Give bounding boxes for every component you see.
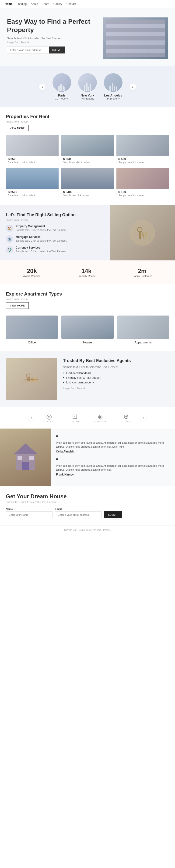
service-mortgage-desc: Sample text. Click to select the Text El… — [16, 239, 67, 243]
testimonial-text-1: Proin sed libero enim sed faucibus turpi… — [56, 441, 170, 448]
city-newyork-image — [78, 73, 97, 92]
logo-icon-1: ◎ — [38, 413, 61, 421]
logos-prev-arrow[interactable]: ‹ — [28, 414, 35, 421]
nav-about[interactable]: About — [31, 2, 38, 6]
property-card-2[interactable]: $ 550 Sample text click to select — [61, 135, 114, 165]
rent-title: Properties For Rent — [6, 114, 169, 119]
rent-view-more[interactable]: VIEW MORE — [6, 125, 29, 131]
rent-section: Properties For Rent Image from Freepik V… — [0, 107, 175, 205]
dream-email-label: Email — [55, 507, 101, 510]
apartments-image — [117, 315, 169, 339]
dream-submit-button[interactable]: SUBMIT — [104, 511, 122, 518]
apt-apartments[interactable]: Appartments — [117, 315, 169, 344]
dream-title: Get Your Dream House — [6, 493, 169, 500]
cities-next-arrow[interactable]: › — [129, 84, 136, 90]
trusted-list-item-1: Find excellent deals — [63, 372, 169, 375]
selling-title: Let's Find The Right Selling Option — [6, 212, 104, 218]
house-image — [61, 315, 114, 339]
property-image-1 — [6, 135, 58, 156]
property-desc-6: Sample text click to select — [118, 194, 167, 197]
apartments-view-more[interactable]: VIEW MORE — [6, 302, 29, 309]
property-price-3: $ 550 — [118, 157, 167, 161]
dream-name-input[interactable] — [6, 511, 52, 518]
logos-next-arrow[interactable]: › — [140, 414, 147, 421]
stat-customer-label: Happy Customer — [132, 275, 152, 277]
stat-property-label: Property Ready — [77, 275, 95, 277]
logo-icon-3: ◈ — [89, 413, 112, 421]
building-image — [103, 18, 168, 59]
building-facade — [106, 20, 165, 57]
currency-icon: 💱 — [6, 246, 13, 253]
apartments-grid: Office House Appartments — [6, 315, 169, 344]
nav-home[interactable]: Home — [5, 2, 12, 6]
property-mgmt-icon: 🏠 — [6, 225, 13, 232]
svg-rect-15 — [29, 456, 34, 460]
property-info-1: $ 250 Sample text click to select — [6, 156, 58, 165]
testimonial-house-image — [0, 429, 51, 486]
city-paris-image — [52, 73, 71, 92]
city-paris-count: 10 Property — [52, 97, 71, 100]
cities-prev-arrow[interactable]: ‹ — [39, 84, 46, 90]
property-card-4[interactable]: $ 2500 Sample text click to select — [6, 168, 59, 198]
property-desc-5: Sample new click to select — [63, 194, 112, 197]
service-mortgage: 🏦 Mortgage Services Sample text. Click t… — [6, 235, 104, 243]
keys-illustration — [128, 219, 156, 247]
hero-submit-button[interactable]: SUBMIT — [49, 46, 65, 54]
property-price-4: $ 2500 — [8, 190, 57, 194]
cities-section: ‹ Paris 10 Property — [0, 66, 175, 107]
testimonials-section: “ Proin sed libero enim sed faucibus tur… — [0, 429, 175, 486]
property-card-1[interactable]: $ 250 Sample text click to select — [6, 135, 59, 165]
svg-rect-13 — [22, 462, 29, 470]
service-property-desc: Sample text. Click to select the Text El… — [16, 228, 67, 232]
property-info-3: $ 550 Sample text click to select — [117, 156, 169, 165]
apt-office[interactable]: Office — [6, 315, 58, 344]
city-la-name: Los Angeles — [104, 94, 123, 97]
property-desc-1: Sample text click to select — [8, 161, 57, 164]
testimonials-content: “ Proin sed libero enim sed faucibus tur… — [51, 429, 175, 486]
property-card-6[interactable]: $ 150 Sample text click to select — [116, 168, 169, 198]
hero-email-input[interactable] — [7, 46, 49, 54]
property-card-5[interactable]: $ 5400 Sample new click to select — [61, 168, 114, 198]
property-price-2: $ 550 — [63, 157, 112, 161]
nav-contact[interactable]: Contact — [67, 2, 76, 6]
property-price-6: $ 150 — [118, 190, 167, 194]
svg-rect-10 — [25, 379, 39, 380]
property-info-5: $ 5400 Sample new click to select — [61, 189, 114, 198]
dream-sample: Sample text. Click to select the Text El… — [6, 501, 169, 503]
stat-property: 14k Property Ready — [77, 268, 95, 277]
nav-team[interactable]: Team — [42, 2, 49, 6]
hero-freepik: Image from Freepik — [7, 41, 103, 44]
service-mortgage-name: Mortgage Services — [16, 235, 67, 239]
house-illustration — [12, 441, 40, 474]
property-card-3[interactable]: $ 550 Sample text click to select — [116, 135, 169, 165]
svg-rect-14 — [18, 456, 22, 460]
apartments-section: Explore Apartment Types Image from Freep… — [0, 284, 175, 351]
service-property-mgmt: 🏠 Property Management Sample text. Click… — [6, 225, 104, 232]
logo-name-3: COMPANY — [89, 421, 112, 423]
trusted-title: Trusted By Best Exclusive Agents — [63, 358, 169, 364]
apartments-label: Appartments — [117, 341, 169, 344]
dream-name-group: Name — [6, 507, 52, 518]
testimonial-2: “ Proin sed libero enim sed faucibus tur… — [56, 457, 170, 476]
house-label: House — [61, 341, 114, 344]
service-currency-name: Currency Services — [16, 246, 67, 249]
dream-email-input[interactable] — [55, 511, 101, 518]
nav-landing[interactable]: Landing — [17, 2, 27, 6]
footer-text: Sample text. Click to select the Text El… — [64, 529, 111, 531]
service-mortgage-info: Mortgage Services Sample text. Click to … — [16, 235, 67, 243]
navbar: Home Landing About Team Gallery Contact — [0, 0, 175, 8]
city-newyork-name: New York — [78, 94, 97, 97]
trusted-image — [6, 358, 57, 400]
hero-section: Easy Way to Find a Perfect Property Samp… — [0, 8, 175, 66]
stat-customer-number: 2m — [132, 268, 152, 275]
logo-icon-2: ⊡ — [63, 413, 86, 421]
cities-row: ‹ Paris 10 Property — [5, 73, 170, 100]
apartments-freepik: Image from Freepik — [6, 298, 169, 301]
apt-house[interactable]: House — [61, 315, 114, 344]
logo-name-4: COMPANY — [114, 421, 138, 423]
hero-text: Easy Way to Find a Perfect Property Samp… — [7, 18, 103, 59]
nav-gallery[interactable]: Gallery — [53, 2, 62, 6]
city-paris: Paris 10 Property — [52, 73, 71, 100]
logos-section: ‹ ◎ CONTENT ⊡ CONTENT ◈ COMPANY ⊕ COMPAN… — [0, 407, 175, 429]
testimonial-author-2: Frank Kinney — [56, 473, 170, 476]
